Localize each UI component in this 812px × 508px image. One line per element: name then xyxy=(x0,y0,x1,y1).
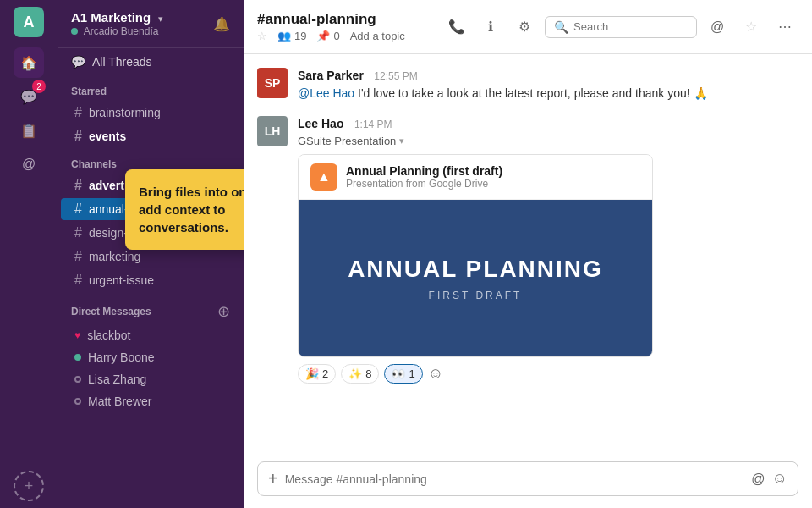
dm-name: Lisa Zhang xyxy=(88,373,146,386)
header-actions: 📞 ℹ ⚙ 🔍 @ ☆ ⋯ xyxy=(443,14,798,41)
all-threads-item[interactable]: 💬 All Threads xyxy=(58,48,244,75)
message-time: 12:55 PM xyxy=(374,70,417,82)
channel-item-urgent-issue[interactable]: # urgent-issue xyxy=(61,269,240,291)
dm-section-label: Direct Messages xyxy=(71,306,151,318)
home-icon[interactable]: 🏠 xyxy=(14,47,44,78)
add-reaction-button[interactable]: ☺ xyxy=(428,365,443,383)
more-icon[interactable]: ⋯ xyxy=(771,14,798,41)
add-attachment-button[interactable]: + xyxy=(268,469,278,489)
message-author: Sara Parker xyxy=(298,69,364,82)
dm-item-matt-brewer[interactable]: Matt Brewer xyxy=(61,391,240,411)
file-info: Annual Planning (first draft) Presentati… xyxy=(346,164,502,190)
message-time: 1:14 PM xyxy=(354,119,392,130)
emoji-button[interactable]: ☺ xyxy=(772,470,787,488)
dm-name: slackbot xyxy=(87,329,130,342)
mentions-icon[interactable]: @ xyxy=(14,149,44,179)
at-icon[interactable]: @ xyxy=(704,14,731,41)
hash-icon: # xyxy=(74,202,82,217)
channel-info: #annual-planning ☆ 👥 19 📌 0 Add a topic xyxy=(257,11,433,42)
message-input-box: + @ ☺ xyxy=(257,461,798,496)
dm-item-slackbot[interactable]: ♥ slackbot xyxy=(61,325,240,345)
tooltip-text: Bring files into one place to add contex… xyxy=(139,183,244,236)
channels-icon[interactable]: 📋 xyxy=(14,115,44,146)
workspace-icon[interactable]: A xyxy=(14,7,44,37)
add-topic-button[interactable]: Add a topic xyxy=(350,30,405,42)
dm-name: Harry Boone xyxy=(88,351,155,364)
search-input[interactable] xyxy=(573,20,688,33)
dm-section-header: Direct Messages ⊕ xyxy=(58,292,244,324)
starred-section-label: Starred xyxy=(58,75,244,101)
reaction-emoji: ✨ xyxy=(348,367,362,380)
file-header: ▲ Annual Planning (first draft) Presenta… xyxy=(299,155,652,200)
dm-item-lisa-zhang[interactable]: Lisa Zhang xyxy=(61,369,240,389)
reaction-sparkle[interactable]: ✨ 8 xyxy=(341,364,379,384)
avatar: SP xyxy=(257,68,288,98)
reaction-party[interactable]: 🎉 2 xyxy=(298,364,336,384)
offline-indicator xyxy=(74,376,81,383)
star-channel-icon[interactable]: ☆ xyxy=(257,30,267,42)
message-row: SP Sara Parker 12:55 PM @Lee Hao I'd lov… xyxy=(257,68,798,102)
hash-icon: # xyxy=(74,129,82,144)
channel-name: events xyxy=(89,130,126,143)
channel-header: #annual-planning ☆ 👥 19 📌 0 Add a topic … xyxy=(244,0,812,54)
reaction-emoji: 🎉 xyxy=(305,367,319,380)
icon-sidebar: A 🏠 💬 2 📋 @ + xyxy=(0,0,58,508)
dm-item-harry-boone[interactable]: Harry Boone xyxy=(61,347,240,367)
dm-icon[interactable]: 💬 2 xyxy=(14,81,44,112)
pin-count: 📌 0 xyxy=(316,30,339,42)
star-icon[interactable]: ☆ xyxy=(738,14,765,41)
message-author: Lee Hao xyxy=(298,117,343,130)
file-icon: ▲ xyxy=(310,163,337,190)
message-input-area: + @ ☺ xyxy=(244,453,812,508)
file-preview-subtitle: FIRST DRAFT xyxy=(429,290,523,301)
files-tooltip: Bring files into one place to add contex… xyxy=(125,169,244,250)
channel-meta: ☆ 👥 19 📌 0 Add a topic xyxy=(257,30,433,42)
hash-icon: # xyxy=(74,249,82,264)
status-indicator xyxy=(71,28,78,35)
dropdown-arrow: ▾ xyxy=(399,135,404,146)
channel-item-brainstorming[interactable]: # brainstorming xyxy=(61,102,240,124)
message-row: LH Lee Hao 1:14 PM GSuite Presentation ▾… xyxy=(257,116,798,384)
gsuite-label: GSuite Presentation ▾ xyxy=(298,135,798,147)
search-icon: 🔍 xyxy=(554,20,568,34)
reactions-row: 🎉 2 ✨ 8 👀 1 ☺ xyxy=(298,364,798,384)
file-preview: ANNUAL PLANNING FIRST DRAFT xyxy=(299,200,652,356)
workspace-name[interactable]: A1 Marketing xyxy=(71,10,151,25)
file-attachment[interactable]: ▲ Annual Planning (first draft) Presenta… xyxy=(298,154,653,357)
file-source: Presentation from Google Drive xyxy=(346,178,502,190)
add-workspace-button[interactable]: + xyxy=(14,471,44,501)
message-input[interactable] xyxy=(285,472,745,486)
file-preview-title: ANNUAL PLANNING xyxy=(348,256,603,283)
online-indicator xyxy=(74,354,81,361)
main-content: #annual-planning ☆ 👥 19 📌 0 Add a topic … xyxy=(244,0,812,508)
messages-area: SP Sara Parker 12:55 PM @Lee Hao I'd lov… xyxy=(244,54,812,453)
message-text: @Lee Hao I'd love to take a look at the … xyxy=(298,85,798,102)
workspace-header: A1 Marketing ▾ Arcadio Buendía 🔔 xyxy=(58,0,244,48)
reaction-count: 2 xyxy=(322,367,328,380)
message-content: Lee Hao 1:14 PM GSuite Presentation ▾ ▲ … xyxy=(298,116,798,384)
member-count: 👥 19 xyxy=(277,30,306,42)
offline-indicator xyxy=(74,398,81,405)
reaction-emoji: 👀 xyxy=(392,367,405,380)
mention: @Lee Hao xyxy=(298,86,354,100)
file-name: Annual Planning (first draft) xyxy=(346,164,502,178)
add-dm-button[interactable]: ⊕ xyxy=(217,302,230,321)
slackbot-icon: ♥ xyxy=(74,329,80,341)
channel-name: brainstorming xyxy=(89,106,161,119)
mention-button[interactable]: @ xyxy=(751,472,765,487)
search-bar[interactable]: 🔍 xyxy=(545,16,697,38)
hash-icon: # xyxy=(74,105,82,120)
settings-icon[interactable]: ⚙ xyxy=(511,14,538,41)
notifications-icon[interactable]: 🔔 xyxy=(213,16,230,32)
message-content: Sara Parker 12:55 PM @Lee Hao I'd love t… xyxy=(298,68,798,102)
call-icon[interactable]: 📞 xyxy=(443,14,470,41)
info-icon[interactable]: ℹ xyxy=(477,14,504,41)
channel-name: marketing xyxy=(89,250,140,263)
threads-icon: 💬 xyxy=(71,55,85,69)
reaction-eyes[interactable]: 👀 1 xyxy=(384,364,422,384)
channel-item-events[interactable]: # events xyxy=(61,125,240,147)
reaction-count: 8 xyxy=(365,367,371,380)
hash-icon: # xyxy=(74,225,82,240)
members-icon: 👥 xyxy=(277,30,291,42)
channel-sidebar: A1 Marketing ▾ Arcadio Buendía 🔔 💬 All T… xyxy=(58,0,244,508)
